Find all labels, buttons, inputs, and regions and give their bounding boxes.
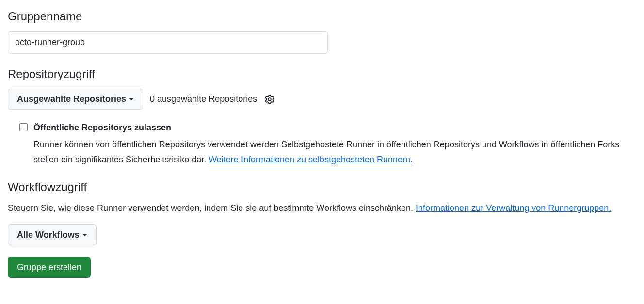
repo-settings-button[interactable] <box>264 94 275 105</box>
caret-down-icon <box>129 98 134 100</box>
repo-count-text: 0 ausgewählte Repositories <box>150 93 257 106</box>
group-name-input[interactable] <box>8 31 328 54</box>
create-group-button[interactable]: Gruppe erstellen <box>8 257 91 278</box>
workflow-access-heading: Workflowzugriff <box>8 178 636 196</box>
repo-access-heading: Repositoryzugriff <box>8 65 636 83</box>
workflow-access-description: Steuern Sie, wie diese Runner verwendet … <box>8 202 636 215</box>
repo-access-dropdown[interactable]: Ausgewählte Repositories <box>8 89 143 110</box>
gear-icon <box>265 95 274 104</box>
runner-groups-info-link[interactable]: Informationen zur Verwaltung von Runnerg… <box>416 203 611 213</box>
workflow-access-dropdown[interactable]: Alle Workflows <box>8 224 97 245</box>
group-name-heading: Gruppenname <box>8 8 636 25</box>
caret-down-icon <box>82 234 87 236</box>
repo-access-dropdown-label: Ausgewählte Repositories <box>17 94 126 104</box>
self-hosted-runners-link[interactable]: Weitere Informationen zu selbstgehostete… <box>209 155 413 164</box>
allow-public-repos-checkbox[interactable] <box>19 123 28 131</box>
allow-public-repos-description: Runner können von öffentlichen Repositor… <box>33 137 636 167</box>
allow-public-repos-label: Öffentliche Repositorys zulassen <box>33 121 636 134</box>
workflow-access-dropdown-label: Alle Workflows <box>17 230 80 240</box>
